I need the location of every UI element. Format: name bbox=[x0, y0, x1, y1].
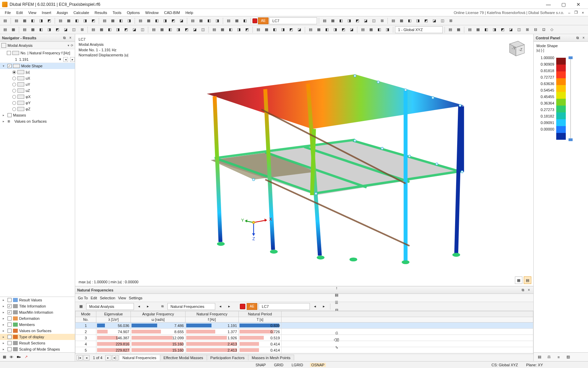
control-panel-undock-button[interactable]: ⧉ bbox=[575, 36, 580, 40]
status-osnap[interactable]: OSNAP bbox=[310, 363, 326, 367]
tb2g-button-2[interactable]: ◧ bbox=[375, 26, 383, 33]
window-maximize-button[interactable]: ▢ bbox=[556, 0, 571, 9]
tb1e-button-3[interactable]: ◨ bbox=[214, 17, 221, 25]
tb2i-button-3[interactable]: ◨ bbox=[491, 26, 498, 33]
radio[interactable] bbox=[12, 77, 16, 80]
checkbox[interactable] bbox=[8, 323, 12, 327]
tb2f-button-4[interactable]: ◩ bbox=[340, 26, 347, 33]
tb2i-button-1[interactable]: ▦ bbox=[474, 26, 482, 33]
nav-bottom-title-information[interactable]: ▸✓Title Information bbox=[0, 303, 75, 309]
results-table-combo[interactable]: Natural Frequencies bbox=[167, 303, 215, 310]
tb1h-button-7[interactable]: ⊞ bbox=[447, 17, 454, 25]
radio[interactable] bbox=[12, 70, 16, 74]
expander-icon[interactable]: ▾ bbox=[3, 64, 6, 68]
tb1d-button-5[interactable]: ◪ bbox=[178, 17, 185, 25]
checkbox[interactable] bbox=[8, 335, 12, 339]
nav-bottom-deformation[interactable]: ▸Deformation bbox=[0, 315, 75, 322]
analysis-refresh-icon[interactable]: ⟳ bbox=[71, 44, 73, 47]
tb2h-button-1[interactable]: ▦ bbox=[455, 26, 462, 33]
tb1a-button-4[interactable]: ◩ bbox=[45, 17, 53, 25]
tb2b-button-0[interactable]: ▤ bbox=[90, 26, 97, 33]
tb1h-button-0[interactable]: ▤ bbox=[389, 17, 397, 25]
tb1h-button-5[interactable]: ◪ bbox=[430, 17, 438, 25]
tb1c-button-0[interactable]: ▤ bbox=[101, 17, 108, 25]
freq-prev-button[interactable]: ◂ bbox=[63, 57, 68, 62]
tb2e-button-0[interactable]: ▤ bbox=[255, 26, 262, 33]
tree-masses[interactable]: ▸ Masses bbox=[0, 112, 75, 118]
results-next-button[interactable]: ▸ bbox=[144, 303, 152, 310]
tb2b-button-5[interactable]: ◪ bbox=[131, 26, 138, 33]
tb1b-button-0[interactable]: ▤ bbox=[57, 17, 64, 25]
tb2a-button-7[interactable]: ⊞ bbox=[78, 26, 86, 33]
tb1h-button-1[interactable]: ▦ bbox=[398, 17, 405, 25]
checkbox[interactable] bbox=[8, 113, 12, 117]
tb2i-button-5[interactable]: ◪ bbox=[507, 26, 515, 33]
expander-icon[interactable]: ▸ bbox=[3, 347, 6, 351]
tree-natural-frequency[interactable]: No. | Natural Frequency f [Hz] bbox=[0, 50, 75, 56]
results-menu-edit[interactable]: Edit bbox=[91, 296, 97, 300]
tb2-button-0[interactable]: ▤ bbox=[1, 26, 9, 33]
viewport-3d[interactable]: LC7 Modal Analysis Mode No. 1 - 1.191 Hz… bbox=[75, 34, 533, 286]
tb2i-button-4[interactable]: ◩ bbox=[499, 26, 506, 33]
tb2f-button-3[interactable]: ◨ bbox=[331, 26, 339, 33]
menu-tools[interactable]: Tools bbox=[110, 10, 124, 15]
window-close-button[interactable]: ✕ bbox=[571, 0, 586, 9]
tb2d-button-3[interactable]: ◨ bbox=[235, 26, 243, 33]
col-natural-freq[interactable]: Natural Frequency bbox=[185, 311, 238, 317]
viewport-layout-button[interactable]: ▦ bbox=[515, 276, 522, 284]
results-tab-masses-in-mesh-points[interactable]: Masses in Mesh Points bbox=[248, 355, 294, 360]
tb2e-button-5[interactable]: ◪ bbox=[296, 26, 303, 33]
radio[interactable] bbox=[12, 83, 16, 86]
radio[interactable] bbox=[12, 95, 16, 99]
menu-assign[interactable]: Assign bbox=[54, 10, 71, 15]
results-menu-settings[interactable]: Settings bbox=[129, 296, 142, 300]
tab-last-button[interactable]: ▸| bbox=[112, 355, 118, 360]
tb1b-button-2[interactable]: ◧ bbox=[73, 17, 81, 25]
lc-combo[interactable]: LC7 bbox=[259, 303, 310, 310]
tree-values-on-surfaces[interactable]: ▸ ⊞ Values on Surfaces bbox=[0, 118, 75, 124]
tb1h-button-6[interactable]: ◫ bbox=[439, 17, 446, 25]
tb1e-button-2[interactable]: ◧ bbox=[205, 17, 213, 25]
tb1a-button-0[interactable]: ▤ bbox=[13, 17, 20, 25]
nav-mode-camera-icon[interactable]: ■▸ bbox=[17, 355, 21, 359]
mdi-restore-button[interactable]: ❐ bbox=[573, 10, 579, 15]
cp-tab-settings-icon[interactable]: ▨ bbox=[564, 353, 572, 361]
tb1-lc-combo[interactable]: LC7 bbox=[269, 17, 317, 24]
nav-mode-results-icon[interactable]: ↗ bbox=[25, 355, 28, 359]
tb1f-button-1[interactable]: ▦ bbox=[233, 17, 241, 25]
nav-bottom-result-sections[interactable]: ▸Result Sections bbox=[0, 340, 75, 346]
tb1h-button-2[interactable]: ◧ bbox=[406, 17, 413, 25]
menu-insert[interactable]: Insert bbox=[39, 10, 54, 15]
col-natural-period[interactable]: Natural Period bbox=[238, 311, 281, 317]
tree-component-uX[interactable]: uX bbox=[0, 75, 75, 81]
expander-icon[interactable]: ▸ bbox=[3, 298, 6, 302]
tree-component-xX[interactable]: φX bbox=[0, 94, 75, 100]
tb2-button-1[interactable]: ▦ bbox=[10, 26, 17, 33]
tb2f-button-0[interactable]: ▤ bbox=[307, 26, 314, 33]
tb1a-button-2[interactable]: ◧ bbox=[29, 17, 37, 25]
legend-slider-top-thumb[interactable] bbox=[569, 56, 573, 59]
mdi-minimize-button[interactable]: – bbox=[566, 10, 572, 15]
tb2d-button-4[interactable]: ◩ bbox=[243, 26, 251, 33]
tree-component-uZ[interactable]: uZ bbox=[0, 87, 75, 94]
status-grid[interactable]: GRID bbox=[273, 363, 285, 367]
expander-icon[interactable]: ▸ bbox=[3, 113, 6, 117]
tb2d-button-2[interactable]: ◧ bbox=[227, 26, 234, 33]
tree-component-xZ[interactable]: φZ bbox=[0, 106, 75, 112]
tb1b-button-1[interactable]: ▦ bbox=[65, 17, 72, 25]
tb2i-button-8[interactable]: ⊟ bbox=[532, 26, 539, 33]
tb2c-button-1[interactable]: ▦ bbox=[158, 26, 166, 33]
radio[interactable] bbox=[12, 107, 16, 111]
table-row[interactable]: 156.0367.4861.1910.839 bbox=[76, 323, 533, 329]
table-row[interactable]: 274.9078.6551.3770.726 bbox=[76, 329, 533, 335]
tb2c-button-2[interactable]: ◧ bbox=[166, 26, 174, 33]
tb2d-button-0[interactable]: ▤ bbox=[210, 26, 218, 33]
freq-next-button[interactable]: ▸ bbox=[70, 57, 75, 62]
tb1d-button-4[interactable]: ◩ bbox=[169, 17, 177, 25]
expander-icon[interactable]: ▸ bbox=[3, 341, 6, 345]
tab-first-button[interactable]: |◂ bbox=[77, 355, 83, 360]
tb1e-button-0[interactable]: ▤ bbox=[189, 17, 196, 25]
checkbox[interactable] bbox=[8, 316, 12, 321]
nav-bottom-members[interactable]: ▸Members bbox=[0, 322, 75, 328]
tb1g-button-6[interactable]: ◫ bbox=[370, 17, 378, 25]
